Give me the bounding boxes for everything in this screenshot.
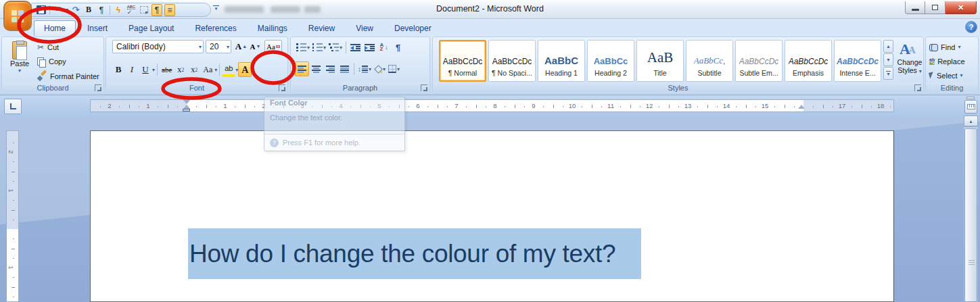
redo-button[interactable]: ↷ bbox=[70, 4, 81, 16]
bullets-button[interactable] bbox=[295, 40, 311, 55]
find-button[interactable]: Find bbox=[929, 41, 960, 53]
show-hide-pilcrow-button[interactable]: ¶ bbox=[391, 40, 405, 55]
chevron-down-icon[interactable] bbox=[307, 45, 310, 51]
shrink-font-button[interactable]: A▼ bbox=[249, 40, 262, 53]
increase-indent-button[interactable] bbox=[363, 40, 377, 55]
style-intense-e[interactable]: AaBbCcDcIntense E... bbox=[834, 40, 881, 82]
paragraph-dialog-launcher[interactable] bbox=[421, 84, 427, 91]
align-left-button[interactable] bbox=[295, 61, 309, 76]
font-color-dropdown-icon[interactable] bbox=[252, 67, 254, 73]
replace-button[interactable]: ab ac Replace bbox=[929, 55, 965, 68]
tab-home[interactable]: Home bbox=[34, 20, 76, 36]
pilcrow-qat-button[interactable]: ¶ bbox=[96, 4, 107, 16]
styles-more-button[interactable]: ▼ bbox=[883, 67, 893, 80]
chevron-down-icon[interactable] bbox=[960, 72, 963, 78]
styles-scroll-down-button[interactable]: ▼ bbox=[883, 53, 893, 66]
document-text[interactable]: How do I change the colour of my text? bbox=[188, 240, 615, 268]
style-title[interactable]: AaBTitle bbox=[636, 40, 684, 82]
first-line-indent-marker[interactable] bbox=[183, 100, 190, 104]
draft-view-toggle[interactable]: ≡ bbox=[164, 4, 175, 16]
chevron-down-icon[interactable] bbox=[340, 45, 342, 51]
chevron-down-icon[interactable] bbox=[397, 66, 400, 72]
sort-button[interactable]: AZ ↓ bbox=[377, 40, 391, 55]
tab-mailings[interactable]: Mailings bbox=[248, 20, 297, 36]
scrollbar-track[interactable] bbox=[964, 127, 978, 302]
save-button[interactable] bbox=[36, 4, 47, 16]
underline-button[interactable]: U bbox=[139, 62, 152, 77]
horizontal-ruler[interactable]: 211234567891011121314151718 bbox=[90, 99, 894, 112]
style-heading-1[interactable]: AaBbCHeading 1 bbox=[538, 40, 585, 82]
font-dialog-launcher[interactable] bbox=[279, 84, 285, 91]
font-color-button[interactable]: A bbox=[238, 62, 252, 77]
chevron-down-icon[interactable] bbox=[199, 44, 202, 50]
tab-stop-selector[interactable] bbox=[4, 99, 22, 114]
change-case-button[interactable]: Aa bbox=[201, 62, 214, 77]
align-center-button[interactable] bbox=[309, 61, 323, 76]
vertical-ruler[interactable]: 211 bbox=[6, 130, 19, 302]
subscript-button[interactable]: x2 bbox=[174, 62, 187, 77]
chevron-down-icon[interactable] bbox=[383, 66, 386, 72]
style-heading-2[interactable]: AaBbCcHeading 2 bbox=[587, 40, 634, 82]
line-spacing-button[interactable]: ↕ bbox=[356, 61, 373, 76]
chevron-down-icon[interactable] bbox=[369, 66, 371, 72]
chevron-down-icon[interactable] bbox=[323, 45, 326, 51]
numbering-button[interactable] bbox=[311, 40, 327, 55]
bold-button[interactable]: B bbox=[112, 62, 125, 77]
text-selection[interactable]: How do I change the colour of my text? bbox=[188, 228, 641, 279]
grow-font-button[interactable]: A▲ bbox=[234, 40, 248, 53]
change-case-dropdown-icon[interactable] bbox=[214, 67, 217, 73]
superscript-button[interactable]: x2 bbox=[187, 62, 201, 77]
underline-dropdown-icon[interactable] bbox=[152, 67, 155, 73]
tab-review[interactable]: Review bbox=[299, 20, 344, 36]
office-button[interactable] bbox=[3, 1, 32, 31]
help-button[interactable]: ? bbox=[965, 21, 977, 33]
style-emphasis[interactable]: AaBbCcDcEmphasis bbox=[785, 40, 832, 82]
undo-button[interactable]: ↶ bbox=[53, 4, 64, 16]
scroll-up-button[interactable]: ▲ bbox=[964, 116, 978, 126]
borders-button[interactable] bbox=[387, 61, 401, 76]
right-indent-marker[interactable] bbox=[798, 105, 805, 109]
paste-dropdown-icon[interactable] bbox=[18, 68, 21, 74]
minimize-button[interactable] bbox=[905, 1, 925, 14]
format-painter-button[interactable]: Format Painter bbox=[37, 70, 99, 82]
bold-qat-button[interactable]: B bbox=[83, 4, 94, 16]
chevron-down-icon[interactable] bbox=[958, 44, 960, 50]
view-ruler-toggle[interactable] bbox=[964, 100, 977, 114]
tab-developer[interactable]: Developer bbox=[385, 20, 441, 36]
document-page[interactable]: How do I change the colour of my text? bbox=[90, 130, 894, 302]
close-button[interactable]: ✕ bbox=[946, 1, 977, 14]
autotext-button[interactable]: ϟ bbox=[113, 4, 124, 16]
restore-button[interactable] bbox=[925, 1, 946, 14]
copy-button[interactable]: Copy bbox=[37, 55, 66, 68]
shading-button[interactable] bbox=[373, 61, 387, 76]
text-highlight-button[interactable]: ab bbox=[222, 62, 235, 77]
cut-button[interactable]: ✂ Cut bbox=[37, 41, 59, 53]
tab-insert[interactable]: Insert bbox=[78, 20, 117, 36]
chevron-down-icon[interactable] bbox=[227, 44, 229, 50]
tab-view[interactable]: View bbox=[346, 20, 383, 36]
customize-qat-dropdown-icon[interactable]: ▾ bbox=[213, 5, 219, 11]
change-styles-button[interactable]: A A Change Styles bbox=[895, 39, 924, 83]
tab-references[interactable]: References bbox=[185, 20, 246, 36]
left-indent-marker[interactable] bbox=[183, 109, 190, 111]
undo-dropdown-icon[interactable] bbox=[66, 7, 68, 13]
show-formatting-toggle[interactable]: ¶ bbox=[151, 4, 162, 16]
select-button[interactable]: Select bbox=[929, 69, 963, 82]
select-objects-button[interactable] bbox=[139, 4, 149, 16]
styles-scroll-up-button[interactable]: ▲ bbox=[883, 40, 893, 53]
align-right-button[interactable] bbox=[323, 61, 337, 76]
clear-formatting-button[interactable]: Aa bbox=[264, 40, 282, 53]
style-subtle-em[interactable]: AaBbCcDcSubtle Em... bbox=[735, 40, 783, 82]
tab-page-layout[interactable]: Page Layout bbox=[119, 20, 183, 36]
strikethrough-button[interactable]: abe bbox=[160, 62, 174, 77]
paste-button[interactable]: Paste bbox=[5, 40, 34, 83]
italic-button[interactable]: I bbox=[125, 62, 139, 77]
font-name-combo[interactable]: Calibri (Body) bbox=[112, 40, 204, 53]
style-subtitle[interactable]: AaBbCc,Subtitle bbox=[686, 40, 733, 82]
justify-button[interactable] bbox=[337, 61, 352, 76]
multilevel-list-button[interactable] bbox=[327, 40, 344, 55]
clipboard-dialog-launcher[interactable] bbox=[95, 84, 101, 91]
style-no-spaci[interactable]: AaBbCcDc¶ No Spaci... bbox=[488, 40, 536, 82]
split-handle[interactable] bbox=[966, 97, 975, 99]
scrollbar-thumb[interactable] bbox=[964, 128, 977, 302]
